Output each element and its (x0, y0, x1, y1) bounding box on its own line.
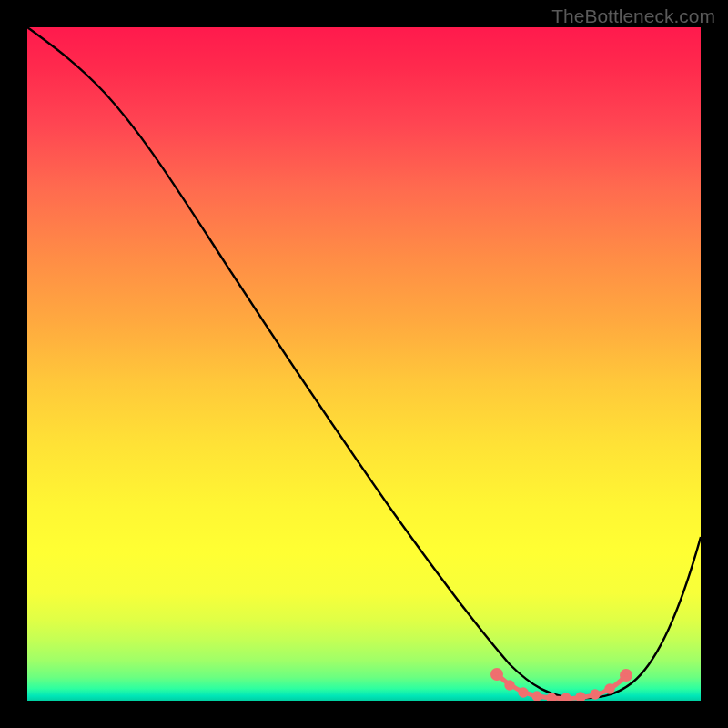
svg-point-5 (563, 695, 569, 701)
svg-point-8 (607, 686, 612, 692)
svg-point-4 (549, 695, 554, 701)
svg-point-7 (592, 692, 598, 697)
chart-plot-area (27, 27, 701, 701)
optimal-range-marker (493, 671, 631, 702)
chart-svg (27, 27, 701, 701)
bottleneck-curve-path (27, 27, 701, 698)
svg-point-9 (622, 672, 631, 680)
watermark-text: TheBottleneck.com (551, 5, 715, 27)
svg-point-0 (493, 671, 501, 679)
svg-point-3 (534, 693, 540, 699)
svg-point-2 (521, 690, 526, 695)
svg-point-6 (578, 694, 583, 700)
svg-point-1 (507, 682, 512, 688)
